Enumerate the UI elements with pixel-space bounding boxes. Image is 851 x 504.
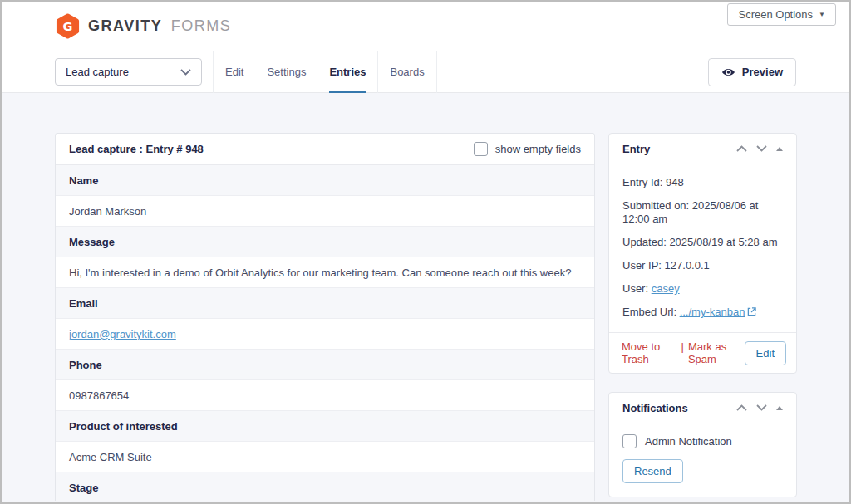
toolbar-divider [436, 51, 437, 93]
entry-sidebar: Entry En [608, 133, 797, 501]
form-switcher-value: Lead capture [66, 66, 129, 78]
entry-detail-page: Lead capture : Entry # 948 show empty fi… [2, 93, 849, 501]
notifications-panel-header: Notifications [609, 393, 796, 423]
move-to-trash-link[interactable]: Move to Trash [622, 340, 677, 365]
form-tabs: EditSettingsEntriesBoards [214, 51, 437, 93]
field-value: Jordan Markson [56, 196, 594, 227]
user-link[interactable]: casey [652, 282, 680, 295]
chevron-down-icon [180, 69, 191, 76]
preview-label: Preview [742, 66, 783, 78]
top-header-bar: G GRAVITY FORMS Screen Options ▼ [2, 2, 849, 51]
tab-boards[interactable]: Boards [378, 51, 435, 93]
external-link-icon [747, 307, 756, 316]
chevron-down-icon [756, 404, 767, 411]
action-separator: | [681, 340, 684, 365]
field-label: Product of interested [56, 411, 594, 442]
logo-wordmark: GRAVITY FORMS [88, 17, 231, 35]
show-empty-fields-control: show empty fields [474, 142, 581, 156]
move-panel-up-button[interactable] [736, 145, 747, 152]
admin-notification-label: Admin Notification [645, 435, 732, 448]
meta-value: 127.0.0.1 [665, 259, 710, 272]
entry-fields-list: NameJordan MarksonMessageHi, I'm interes… [56, 165, 594, 501]
entry-card-header: Lead capture : Entry # 948 show empty fi… [56, 134, 594, 165]
entry-danger-actions: Move to Trash | Mark as Spam [622, 340, 745, 365]
tab-edit[interactable]: Edit [214, 51, 255, 93]
field-value: Hi, I'm interested in a demo of Orbit An… [56, 257, 594, 288]
field-value-link[interactable]: jordan@gravitykit.com [69, 328, 176, 340]
admin-notification-checkbox[interactable] [622, 434, 637, 448]
chevron-down-icon [756, 145, 767, 152]
triangle-up-icon [776, 406, 783, 410]
svg-text:G: G [63, 20, 73, 33]
entry-detail-card: Lead capture : Entry # 948 show empty fi… [55, 133, 595, 501]
notifications-panel: Notifications [608, 392, 797, 497]
chevron-up-icon [736, 145, 747, 152]
meta-label: User IP: [622, 259, 665, 272]
entry-meta-row: Submitted on: 2025/08/06 at 12:00 am [622, 199, 783, 226]
entry-meta-row: Embed Url: .../my-kanban [622, 306, 783, 319]
entry-meta-row: User IP: 127.0.0.1 [622, 259, 783, 272]
chevron-up-icon [736, 404, 747, 411]
entry-panel-header: Entry [609, 134, 796, 164]
meta-value: 2025/08/19 at 5:28 am [669, 236, 777, 248]
show-empty-fields-checkbox[interactable] [474, 142, 488, 156]
collapse-panel-button[interactable] [776, 406, 783, 410]
move-panel-up-button[interactable] [736, 404, 747, 411]
chevron-down-icon: ▼ [819, 11, 825, 18]
resend-button[interactable]: Resend [622, 459, 683, 483]
entry-meta-row: User: casey [622, 282, 783, 296]
field-value: Acme CRM Suite [56, 442, 594, 472]
embed-url-link[interactable]: .../my-kanban [680, 306, 745, 318]
field-label: Email [56, 288, 594, 319]
collapse-panel-button[interactable] [776, 147, 783, 151]
logo-gravity-text: GRAVITY [88, 17, 162, 34]
meta-label: User: [622, 282, 652, 295]
form-switcher-dropdown[interactable]: Lead capture [55, 58, 202, 86]
notifications-panel-title: Notifications [622, 402, 688, 414]
logo-forms-text: FORMS [171, 17, 232, 34]
screen-options-label: Screen Options [738, 8, 813, 21]
notifications-panel-body: Admin Notification Resend [609, 423, 796, 497]
triangle-up-icon [776, 147, 783, 151]
field-label: Message [56, 227, 594, 257]
mark-as-spam-link[interactable]: Mark as Spam [688, 340, 745, 365]
admin-notification-control: Admin Notification [622, 434, 783, 448]
field-value: 0987867654 [56, 380, 594, 411]
entry-meta-row: Entry Id: 948 [622, 176, 783, 189]
meta-value: 948 [666, 176, 684, 188]
entry-meta-list: Entry Id: 948Submitted on: 2025/08/06 at… [609, 164, 796, 332]
meta-label: Submitted on: [622, 199, 692, 212]
entry-panel-title: Entry [622, 143, 650, 155]
entry-meta-row: Updated: 2025/08/19 at 5:28 am [622, 236, 783, 249]
tab-entries[interactable]: Entries [317, 51, 377, 93]
meta-label: Embed Url: [622, 306, 680, 318]
preview-button[interactable]: Preview [708, 58, 796, 86]
field-label: Name [56, 165, 594, 196]
meta-label: Entry Id: [622, 176, 666, 188]
notifications-panel-controls [736, 404, 783, 411]
eye-icon [721, 67, 735, 77]
entry-panel-controls [736, 145, 783, 152]
field-value: jordan@gravitykit.com [56, 319, 594, 350]
move-panel-down-button[interactable] [756, 404, 767, 411]
entry-info-panel: Entry En [608, 133, 797, 374]
field-label: Stage [56, 472, 594, 501]
edit-entry-button[interactable]: Edit [745, 341, 786, 365]
gravity-forms-logo: G GRAVITY FORMS [55, 13, 231, 39]
entry-card-title: Lead capture : Entry # 948 [69, 143, 204, 155]
move-panel-down-button[interactable] [756, 145, 767, 152]
screen-options-button[interactable]: Screen Options ▼ [727, 3, 836, 26]
field-label: Phone [56, 350, 594, 380]
meta-label: Updated: [622, 236, 669, 248]
show-empty-fields-label: show empty fields [495, 143, 581, 155]
form-toolbar: Lead capture EditSettingsEntriesBoards P… [2, 51, 849, 93]
gravity-forms-hexagon-icon: G [55, 13, 81, 39]
entry-panel-footer: Move to Trash | Mark as Spam Edit [609, 332, 796, 373]
tab-settings[interactable]: Settings [255, 51, 317, 93]
